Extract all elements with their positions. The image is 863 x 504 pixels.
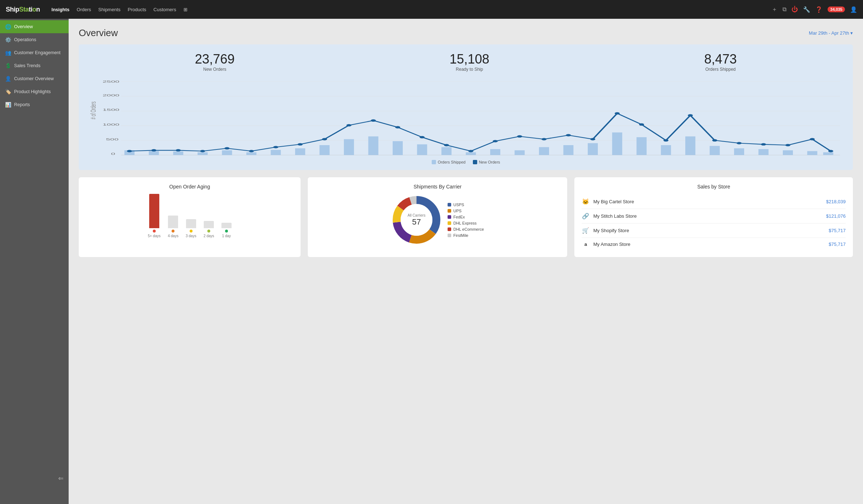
ups-label: UPS (453, 209, 462, 213)
svg-rect-41 (807, 151, 817, 155)
operations-icon: ⚙️ (5, 37, 11, 43)
svg-rect-24 (393, 141, 403, 155)
svg-text:1000: 1000 (103, 122, 120, 126)
sidebar-label-reports: Reports (14, 102, 30, 107)
aging-dot-5plus (153, 230, 156, 233)
svg-rect-42 (823, 152, 833, 155)
legend-shipped: Orders Shipped (432, 160, 466, 164)
big-cartel-name: My Big Cartel Store (593, 199, 822, 204)
nav-customers[interactable]: Customers (154, 7, 176, 12)
svg-text:0: 0 (111, 152, 115, 156)
orders-shipped-number: 8,473 (704, 52, 737, 67)
svg-rect-16 (198, 152, 208, 155)
svg-point-50 (298, 143, 303, 146)
amazon-icon: a (582, 242, 590, 247)
usps-label: USPS (453, 203, 464, 207)
svg-point-52 (346, 124, 351, 127)
aging-bar-4days: 4 days (168, 192, 178, 238)
new-orders-label: New Orders (195, 67, 234, 72)
notification-badge[interactable]: 34,035 (828, 6, 845, 12)
svg-rect-33 (612, 132, 622, 155)
aging-dot-1day (225, 230, 228, 233)
ready-to-ship-number: 15,108 (449, 52, 489, 67)
shipped-swatch (432, 160, 436, 164)
svg-point-64 (639, 123, 644, 126)
dhl-express-label: DHL Express (453, 221, 476, 225)
toggle-icon[interactable]: ⏻ (791, 6, 798, 13)
dhl-express-swatch (448, 221, 451, 225)
engagement-icon: 👥 (5, 50, 11, 56)
donut-center: All Carriers 57 (407, 213, 425, 227)
aging-bar-2days-bar (204, 221, 214, 228)
sidebar-item-operations[interactable]: ⚙️ Operations (0, 33, 69, 46)
svg-point-65 (664, 139, 669, 142)
svg-point-66 (688, 114, 693, 117)
svg-rect-26 (441, 147, 452, 155)
nav-right-icons: ＋ ⧉ ⏻ 🔧 ❓ 34,035 👤 (772, 6, 857, 13)
carrier-fedex: FedEx (448, 215, 484, 219)
plus-icon[interactable]: ＋ (772, 6, 777, 13)
carrier-ups: UPS (448, 209, 484, 213)
date-range-selector[interactable]: Mar 29th - Apr 27th ▾ (809, 30, 853, 36)
stat-new-orders: 23,769 New Orders (195, 52, 234, 72)
bottom-row: Open Order Aging 5+ days 4 (79, 177, 853, 257)
sidebar-item-sales-trends[interactable]: 💲 Sales Trends (0, 59, 69, 72)
svg-point-61 (566, 134, 571, 136)
sidebar-label-sales: Sales Trends (14, 63, 40, 68)
logo: ShipStation (6, 6, 40, 13)
svg-point-48 (249, 150, 254, 152)
sidebar-collapse-button[interactable]: ⇐ (58, 474, 64, 482)
donut-center-label: All Carriers (407, 213, 425, 217)
aging-dot-3days (190, 230, 193, 233)
nav-grid-icon[interactable]: ⊞ (184, 7, 187, 12)
svg-point-53 (371, 120, 376, 122)
sidebar-label-products: Product Highlights (14, 89, 51, 94)
amazon-amount: $75,717 (829, 242, 846, 247)
svg-text:1500: 1500 (103, 108, 120, 112)
aging-label-4days: 4 days (168, 234, 178, 238)
svg-rect-15 (173, 152, 183, 155)
aging-label-1day: 1 day (222, 234, 231, 238)
svg-rect-36 (685, 136, 695, 155)
svg-point-68 (737, 142, 742, 144)
svg-point-47 (224, 147, 229, 150)
user-icon[interactable]: 👤 (850, 6, 857, 13)
sidebar-item-overview[interactable]: 🌐 Overview (0, 20, 69, 33)
amazon-name: My Amazon Store (593, 242, 825, 247)
sidebar-item-customer-engagement[interactable]: 👥 Customer Engagement (0, 46, 69, 59)
new-orders-swatch (473, 160, 477, 164)
sales-icon: 💲 (5, 63, 11, 69)
carrier-dhl-ecommerce: DHL eCommerce (448, 227, 484, 231)
settings-icon[interactable]: 🔧 (803, 6, 810, 13)
sidebar-item-product-highlights[interactable]: 🏷️ Product Highlights (0, 85, 69, 98)
svg-text:500: 500 (106, 137, 118, 141)
new-orders-number: 23,769 (195, 52, 234, 67)
nav-orders[interactable]: Orders (77, 7, 91, 12)
new-orders-legend-label: New Orders (479, 160, 500, 164)
donut-chart: All Carriers 57 (391, 195, 442, 245)
store-big-cartel: 🐱 My Big Cartel Store $218,039 (582, 195, 846, 209)
svg-point-59 (517, 135, 522, 138)
aging-bar-2days: 2 days (203, 192, 214, 238)
svg-point-58 (493, 140, 498, 143)
aging-dot-4days (172, 230, 174, 233)
page-title: Overview (79, 27, 118, 39)
copy-icon[interactable]: ⧉ (782, 6, 786, 13)
store-amazon: a My Amazon Store $75,717 (582, 238, 846, 251)
sidebar: 🌐 Overview ⚙️ Operations 👥 Customer Enga… (0, 19, 69, 504)
nav-shipments[interactable]: Shipments (98, 7, 120, 12)
sidebar-item-customer-overview[interactable]: 👤 Customer Overview (0, 72, 69, 85)
dhl-ecommerce-swatch (448, 227, 451, 231)
stat-ready-to-ship: 15,108 Ready to Ship (449, 52, 489, 72)
help-icon[interactable]: ❓ (815, 6, 823, 13)
overview-chart-panel: 23,769 New Orders 15,108 Ready to Ship 8… (79, 44, 853, 170)
sidebar-item-reports[interactable]: 📊 Reports (0, 98, 69, 111)
sidebar-label-operations: Operations (14, 37, 36, 42)
nav-insights[interactable]: Insights (52, 7, 70, 12)
dhl-ecommerce-label: DHL eCommerce (453, 227, 484, 231)
nav-products[interactable]: Products (128, 7, 146, 12)
svg-rect-23 (368, 136, 378, 155)
svg-rect-37 (710, 146, 720, 155)
sidebar-label-overview: Overview (14, 24, 33, 29)
aging-bar-5plus-bar (149, 194, 159, 228)
